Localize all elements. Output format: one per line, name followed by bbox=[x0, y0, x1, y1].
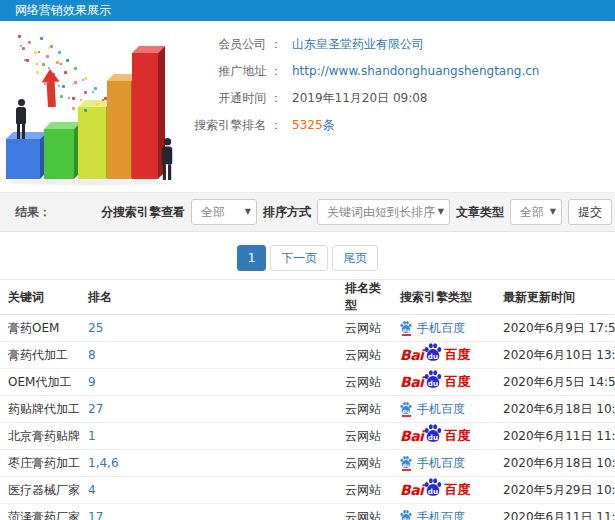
keyword-cell: OEM代加工 bbox=[0, 369, 80, 396]
rank-type-cell: 云网站 bbox=[337, 504, 392, 520]
article-type-filter-select[interactable]: 全部 ▼ bbox=[510, 199, 562, 225]
svg-text:du: du bbox=[428, 486, 438, 495]
rank-cell: 25 bbox=[80, 315, 337, 342]
page-title: 网络营销效果展示 bbox=[15, 3, 111, 17]
mobile-baidu-label: 手机百度 bbox=[417, 401, 465, 418]
header-rank-type: 排名类型 bbox=[337, 280, 392, 315]
updated-cell: 2020年6月9日 17:50 bbox=[495, 315, 615, 342]
table-row: 药贴牌代加工27云网站 du 手机百度 2020年6月18日 10:25 bbox=[0, 396, 615, 423]
mobile-baidu-label: 手机百度 bbox=[417, 320, 465, 337]
baidu-logo-bai-text: Bai bbox=[400, 347, 423, 363]
updated-cell: 2020年6月11日 11:18 bbox=[495, 423, 615, 450]
header-rank: 排名 bbox=[80, 280, 337, 315]
rank-cell: 27 bbox=[80, 396, 337, 423]
baidu-paw-icon: du bbox=[424, 478, 442, 496]
baidu-paw-icon: du bbox=[424, 370, 442, 388]
mobile-baidu-icon-underline bbox=[402, 334, 411, 336]
info-field-row: 开通时间 ：2019年11月20日 09:08 bbox=[180, 85, 539, 112]
rank-link[interactable]: 1,4,6 bbox=[88, 456, 119, 470]
rank-link[interactable]: 27 bbox=[88, 402, 103, 416]
ranking-count-link[interactable]: 5325条 bbox=[292, 118, 335, 132]
baidu-paw-icon: du bbox=[400, 321, 412, 333]
table-header-row: 关键词 排名 排名类型 搜索引擎类型 最新更新时间 bbox=[0, 280, 615, 315]
info-field-value: 2019年11月20日 09:08 bbox=[292, 91, 427, 105]
rank-type-cell: 云网站 bbox=[337, 342, 392, 369]
engine-filter-select[interactable]: 全部 ▼ bbox=[191, 199, 257, 225]
info-field-label: 搜索引擎排名 ： bbox=[180, 112, 282, 139]
mobile-baidu-icon: du bbox=[400, 321, 412, 336]
article-type-filter-value: 全部 bbox=[520, 205, 544, 219]
svg-text:du: du bbox=[403, 408, 410, 413]
keyword-cell: 膏药代加工 bbox=[0, 342, 80, 369]
engine-cell: Bai du 百度 bbox=[392, 477, 495, 504]
svg-text:du: du bbox=[428, 378, 438, 387]
page-button-current[interactable]: 1 bbox=[237, 245, 267, 271]
baidu-logo-bai-text: Bai bbox=[400, 428, 423, 444]
next-page-button[interactable]: 下一页 bbox=[270, 245, 328, 271]
info-field-value-link[interactable]: http://www.shandonghuangshengtang.cn bbox=[292, 64, 539, 78]
confetti-dots-small bbox=[18, 39, 20, 41]
mobile-baidu-logo: du 手机百度 bbox=[400, 401, 465, 418]
sort-filter-value: 关键词由短到长排序 bbox=[327, 205, 435, 219]
pagination: 1 下一页 尾页 bbox=[0, 232, 615, 271]
filter-bar: 结果： 分搜索引擎查看 全部 ▼ 排序方式 关键词由短到长排序 ▼ 文章类型 全… bbox=[0, 192, 615, 232]
growth-arrow-icon bbox=[41, 69, 61, 110]
rank-link[interactable]: 8 bbox=[88, 348, 96, 362]
chevron-down-icon: ▼ bbox=[550, 200, 556, 224]
rank-link[interactable]: 9 bbox=[88, 375, 96, 389]
baidu-logo: Bai du 百度 bbox=[400, 480, 470, 501]
result-label: 结果： bbox=[15, 204, 51, 221]
keyword-cell: 北京膏药贴牌 bbox=[0, 423, 80, 450]
mobile-baidu-icon: du bbox=[400, 456, 412, 471]
engine-cell: du 手机百度 bbox=[392, 315, 495, 342]
bar-chart-red-bar bbox=[132, 53, 158, 179]
baidu-logo-bai-text: Bai bbox=[400, 482, 423, 498]
svg-text:du: du bbox=[428, 351, 438, 360]
baidu-logo-cn-text: 百度 bbox=[444, 346, 470, 364]
engine-cell: Bai du 百度 bbox=[392, 342, 495, 369]
rank-link[interactable]: 17 bbox=[88, 510, 103, 520]
mobile-baidu-icon-underline bbox=[402, 415, 411, 417]
member-info-fields: 会员公司 ：山东皇圣堂药业有限公司推广地址 ：http://www.shando… bbox=[180, 31, 539, 139]
baidu-paw-icon: du bbox=[400, 510, 412, 520]
table-row: 北京膏药贴牌1云网站 Bai du 百度 2020年6月11日 11:18 bbox=[0, 423, 615, 450]
keyword-cell: 枣庄膏药加工 bbox=[0, 450, 80, 477]
mobile-baidu-logo: du 手机百度 bbox=[400, 320, 465, 337]
baidu-logo-cn-text: 百度 bbox=[444, 373, 470, 391]
mobile-baidu-logo: du 手机百度 bbox=[400, 509, 465, 520]
engine-cell: Bai du 百度 bbox=[392, 423, 495, 450]
baidu-logo-cn-text: 百度 bbox=[444, 427, 470, 445]
rank-link[interactable]: 4 bbox=[88, 483, 96, 497]
rank-link[interactable]: 1 bbox=[88, 429, 96, 443]
info-field-label: 开通时间 ： bbox=[180, 85, 282, 112]
rank-cell: 9 bbox=[80, 369, 337, 396]
info-field-label: 推广地址 ： bbox=[180, 58, 282, 85]
bar-chart-blue-bar bbox=[6, 139, 40, 179]
rank-cell: 17 bbox=[80, 504, 337, 520]
sort-filter-select[interactable]: 关键词由短到长排序 ▼ bbox=[317, 199, 450, 225]
info-field-row: 会员公司 ：山东皇圣堂药业有限公司 bbox=[180, 31, 539, 58]
chevron-down-icon: ▼ bbox=[438, 200, 444, 224]
member-info-section: 会员公司 ：山东皇圣堂药业有限公司推广地址 ：http://www.shando… bbox=[0, 21, 615, 192]
rank-cell: 1,4,6 bbox=[80, 450, 337, 477]
engine-cell: du 手机百度 bbox=[392, 396, 495, 423]
keyword-cell: 菏泽膏药厂家 bbox=[0, 504, 80, 520]
rank-link[interactable]: 25 bbox=[88, 321, 103, 335]
baidu-logo: Bai du 百度 bbox=[400, 345, 470, 366]
rank-type-cell: 云网站 bbox=[337, 369, 392, 396]
table-row: 膏药代加工8云网站 Bai du 百度 2020年6月10日 13:40 bbox=[0, 342, 615, 369]
mobile-baidu-logo: du 手机百度 bbox=[400, 455, 465, 472]
info-field-value-link[interactable]: 山东皇圣堂药业有限公司 bbox=[292, 37, 424, 51]
engine-cell: du 手机百度 bbox=[392, 450, 495, 477]
rank-type-cell: 云网站 bbox=[337, 450, 392, 477]
table-row: 膏药OEM25云网站 du 手机百度 2020年6月9日 17:50 bbox=[0, 315, 615, 342]
businessman-figure-left bbox=[16, 99, 26, 139]
keyword-cell: 药贴牌代加工 bbox=[0, 396, 80, 423]
last-page-button[interactable]: 尾页 bbox=[332, 245, 378, 271]
header-keyword: 关键词 bbox=[0, 280, 80, 315]
header-engine-type: 搜索引擎类型 bbox=[392, 280, 495, 315]
filter-controls: 分搜索引擎查看 全部 ▼ 排序方式 关键词由短到长排序 ▼ 文章类型 全部 ▼ … bbox=[101, 199, 612, 225]
bar-chart-yellow-bar bbox=[78, 107, 106, 179]
baidu-logo-bai-text: Bai bbox=[400, 374, 423, 390]
submit-button[interactable]: 提交 bbox=[568, 199, 612, 225]
